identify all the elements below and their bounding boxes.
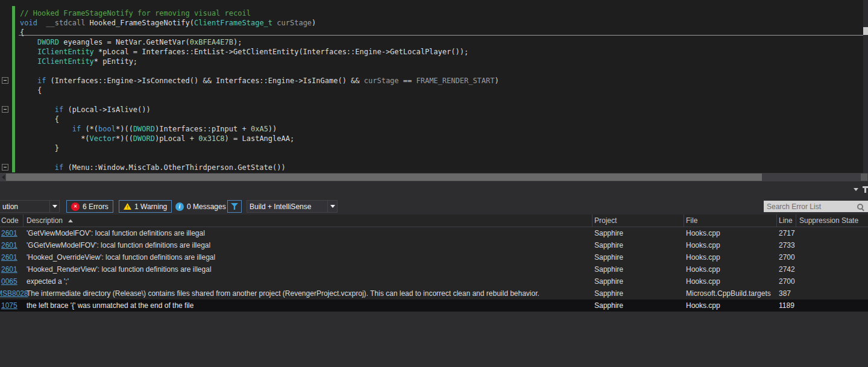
sort-ascending-icon [68,219,73,222]
pin-icon[interactable] [864,188,866,193]
table-row[interactable]: 2601'GGetViewModelFOV': local function d… [0,239,868,251]
column-header-code[interactable]: Code [1,216,19,225]
code-line: { [20,28,499,37]
dropdown-caret-box [327,201,337,212]
code-line: IClientEntity *pLocal = Interfaces::EntL… [20,47,499,57]
code-line: IClientEntity* pEntity; [20,57,499,66]
code-line: if (Interfaces::Engine->IsConnected() &&… [20,76,499,86]
error-code-link[interactable]: 1075 [1,301,17,310]
error-line: 387 [779,289,791,298]
horizontal-scrollbar-thumb[interactable] [6,174,762,181]
chevron-down-icon [330,205,335,208]
code-editor[interactable]: // Hooked FrameStageNotify for removing … [0,0,868,173]
error-project: Sapphire [594,277,623,286]
info-icon [175,202,184,211]
error-project: Sapphire [594,265,623,274]
error-description: expected a ';' [27,277,69,286]
horizontal-scrollbar[interactable] [0,173,868,181]
caret-line-indicator [19,35,864,36]
dropdown-caret-box [49,201,59,212]
code-line: { [20,114,499,124]
error-code-link[interactable]: 2601 [1,253,17,262]
error-line: 2742 [779,265,795,274]
table-row[interactable]: 2601'Hooked_OverrideView': local functio… [0,251,868,263]
error-file: Hooks.cpp [686,277,720,286]
error-file: Hooks.cpp [686,301,720,310]
error-description: the left brace '{' was unmatched at the … [27,301,193,310]
error-line: 2733 [779,241,795,249]
error-code-link[interactable]: 2601 [1,229,17,237]
column-separator[interactable] [592,215,593,227]
errors-filter-button[interactable]: 6 Errors [66,200,113,213]
error-code-link[interactable]: MSB8028 [0,289,28,298]
error-file: Hooks.cpp [686,265,720,274]
vertical-scrollbar[interactable] [863,0,868,173]
chevron-down-icon[interactable] [854,188,858,191]
warnings-label: 1 Warning [134,202,167,211]
error-project: Sapphire [594,289,623,298]
error-file: Hooks.cpp [686,253,720,262]
code-line [20,153,499,163]
table-row[interactable]: 0065expected a ';'SapphireHooks.cpp2700 [0,275,868,287]
filter-icon [231,203,238,210]
fold-collapse-icon[interactable]: − [2,164,8,171]
table-header: Code Description Project File Line Suppr… [0,215,868,227]
panel-empty-area [0,312,868,367]
table-row[interactable]: 2601'Hooked_RenderView': local function … [0,263,868,275]
error-description: 'GGetViewModelFOV': local function defin… [27,241,210,249]
fold-collapse-icon[interactable]: − [2,106,8,113]
code-line [20,95,499,105]
column-separator[interactable] [23,215,24,227]
error-description: 'GetViewModelFOV': local function defini… [27,229,205,237]
scroll-left-arrow-icon[interactable] [2,175,5,180]
scope-dropdown-value: ution [0,202,49,211]
errors-label: 6 Errors [83,202,108,211]
build-intellisense-dropdown[interactable]: Build + IntelliSense [247,200,338,213]
errorlist-titlebar [0,181,868,198]
code-line: *(Vector*)((DWORD)pLocal + 0x31C8) = Las… [20,134,499,143]
search-error-list-input[interactable]: Search Error List [764,201,868,212]
column-header-suppression[interactable]: Suppression State [799,216,858,225]
table-row[interactable]: 2601'GetViewModelFOV': local function de… [0,227,868,239]
build-intellisense-value: Build + IntelliSense [247,202,327,211]
error-rows: 2601'GetViewModelFOV': local function de… [0,227,868,312]
code-line: if (*(bool*)((DWORD)Interfaces::pInput +… [20,124,499,134]
fold-collapse-icon[interactable]: − [2,77,8,84]
code-line: // Hooked FrameStageNotify for removing … [20,8,499,18]
filter-button[interactable] [227,200,242,213]
code-lines[interactable]: // Hooked FrameStageNotify for removing … [20,8,499,172]
code-line: } [20,143,499,153]
error-table: Code Description Project File Line Suppr… [0,215,868,312]
column-separator[interactable] [776,215,777,227]
code-line: if (Menu::Window.MiscTab.OtherThirdperso… [20,163,499,172]
code-line: void __stdcall Hooked_FrameStageNotify(C… [20,18,499,28]
column-header-line[interactable]: Line [779,216,793,225]
visual-studio-window: // Hooked FrameStageNotify for removing … [0,0,868,367]
column-separator[interactable] [796,215,796,227]
table-row[interactable]: 1075the left brace '{' was unmatched at … [0,300,868,312]
code-line: if (pLocal->IsAlive()) [20,105,499,114]
column-header-file[interactable]: File [686,216,697,225]
warnings-filter-button[interactable]: 1 Warning [119,200,172,213]
error-description: 'Hooked_RenderView': local function defi… [27,265,212,274]
error-code-link[interactable]: 2601 [1,265,17,274]
column-header-description[interactable]: Description [27,216,63,225]
error-description: 'Hooked_OverrideView': local function de… [27,253,215,262]
scrollbar-corner [861,174,867,181]
column-header-project[interactable]: Project [594,216,617,225]
messages-filter-button[interactable]: 0 Messages [171,200,231,213]
error-icon [71,202,80,211]
code-line [20,66,499,76]
column-separator[interactable] [684,215,684,227]
chevron-down-icon [52,205,57,208]
error-line: 2717 [779,229,795,237]
table-row[interactable]: MSB8028The intermediate directory (Relea… [0,287,868,300]
error-project: Sapphire [594,229,623,237]
error-code-link[interactable]: 2601 [1,241,17,249]
error-code-link[interactable]: 0065 [1,277,17,286]
scope-dropdown[interactable]: ution [0,200,60,213]
change-tracking-bar [12,6,15,172]
vertical-scrollbar-thumb[interactable] [863,27,868,35]
error-list-panel: ution 6 Errors 1 Warning 0 Messages Buil… [0,198,868,312]
error-line: 2700 [779,253,795,262]
